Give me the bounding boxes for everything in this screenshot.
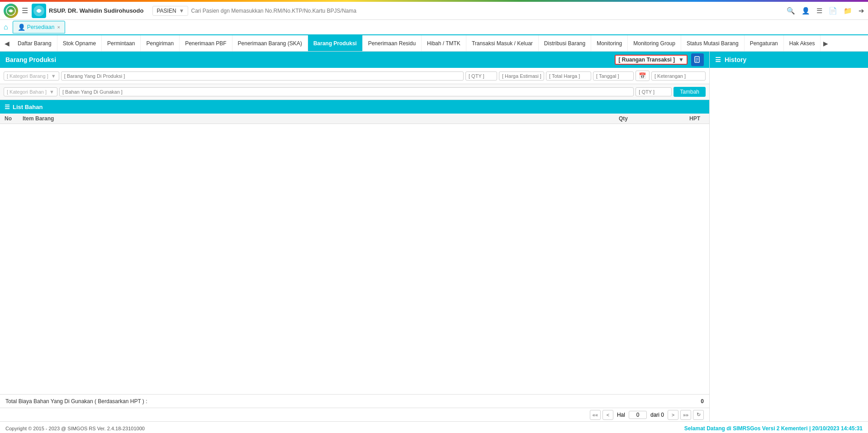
signout-icon[interactable]: ➔ bbox=[859, 7, 864, 15]
harga-estimasi-input[interactable] bbox=[499, 71, 544, 81]
svg-point-1 bbox=[9, 10, 12, 12]
nav-next-arrow[interactable]: ▶ bbox=[821, 40, 831, 47]
tab-pengaturan[interactable]: Pengaturan bbox=[745, 35, 784, 52]
qty-input[interactable] bbox=[465, 71, 497, 81]
total-harga-input[interactable] bbox=[546, 71, 591, 81]
ruangan-transaksi-select[interactable]: [ Ruangan Transaksi ] ▼ bbox=[615, 55, 688, 65]
navtabs: ◀ Daftar Barang Stok Opname Permintaan P… bbox=[0, 35, 868, 52]
subbar: ⌂ 👤 Persediaan × bbox=[0, 20, 868, 35]
tab-penerimaan-ska[interactable]: Penerimaan Barang (SKA) bbox=[232, 35, 308, 52]
kategori-bahan-label: [ Kategori Bahan ] bbox=[7, 89, 47, 95]
keterangan-input[interactable] bbox=[651, 71, 706, 81]
form-row-1: [ Kategori Barang ] ▼ 📅 bbox=[0, 68, 709, 84]
tanggal-input[interactable] bbox=[593, 71, 634, 81]
greeting-text: Selamat Datang di SIMRSGos Versi 2 Kemen… bbox=[684, 425, 863, 432]
col-qty-header: Qty bbox=[583, 115, 637, 122]
copyright-text: Copyright © 2015 - 2023 @ SIMGOS RS Ver.… bbox=[5, 426, 145, 431]
tab-monitoring[interactable]: Monitoring bbox=[591, 35, 628, 52]
list-icon[interactable]: ☰ bbox=[816, 7, 822, 15]
ruangan-label: [ Ruangan Transaksi ] bbox=[618, 57, 675, 63]
file-icon[interactable]: 📄 bbox=[829, 7, 837, 15]
tab-pengiriman[interactable]: Pengiriman bbox=[141, 35, 180, 52]
calendar-button[interactable]: 📅 bbox=[636, 71, 650, 81]
nav-prev-arrow[interactable]: ◀ bbox=[2, 40, 12, 47]
panel-title: Barang Produksi bbox=[5, 56, 56, 63]
history-header: ☰ History bbox=[710, 52, 868, 68]
table-header: No Item Barang Qty HPT bbox=[0, 114, 709, 124]
app-title: RSUP. DR. Wahidin Sudirohusodo bbox=[49, 7, 143, 14]
pasien-button[interactable]: PASIEN ▼ bbox=[152, 6, 188, 16]
history-list-icon: ☰ bbox=[715, 56, 721, 63]
bottom-total-bar: Total Biaya Bahan Yang Di Gunakan ( Berd… bbox=[0, 394, 709, 408]
list-bahan-header: ☰ List Bahan bbox=[0, 100, 709, 114]
persediaan-tab-close[interactable]: × bbox=[57, 24, 60, 30]
right-panel: ☰ History bbox=[710, 52, 868, 421]
footer: Copyright © 2015 - 2023 @ SIMGOS RS Ver.… bbox=[0, 421, 868, 433]
list-icon: ☰ bbox=[5, 104, 10, 110]
tab-distribusi-barang[interactable]: Distribusi Barang bbox=[539, 35, 591, 52]
home-icon[interactable]: ⌂ bbox=[4, 23, 8, 31]
hamburger-icon[interactable]: ☰ bbox=[22, 6, 28, 15]
persediaan-tab-label: Persediaan bbox=[27, 24, 55, 30]
tab-status-mutasi-barang[interactable]: Status Mutasi Barang bbox=[681, 35, 745, 52]
barang-produksi-input[interactable] bbox=[61, 71, 464, 81]
page-next-button[interactable]: > bbox=[668, 410, 678, 420]
history-title: History bbox=[725, 56, 746, 63]
user-add-icon[interactable]: 👤 bbox=[802, 7, 810, 15]
table-body bbox=[0, 124, 709, 394]
panel-header: Barang Produksi [ Ruangan Transaksi ] ▼ bbox=[0, 52, 709, 68]
qty-bahan-input[interactable] bbox=[636, 87, 672, 96]
total-label: Total Biaya Bahan Yang Di Gunakan ( Berd… bbox=[5, 398, 147, 404]
tab-hibah-tmtk[interactable]: Hibah / TMTK bbox=[422, 35, 466, 52]
search-icon[interactable]: 🔍 bbox=[787, 7, 795, 15]
svg-point-3 bbox=[37, 9, 41, 13]
topbar-icons: 🔍 👤 ☰ 📄 📁 ➔ bbox=[787, 7, 864, 15]
persediaan-tab[interactable]: 👤 Persediaan × bbox=[13, 21, 65, 33]
persediaan-person-icon: 👤 bbox=[18, 24, 25, 31]
tambah-button[interactable]: Tambah bbox=[674, 87, 706, 97]
page-number-input[interactable] bbox=[629, 411, 647, 419]
kategori-bahan-arrow: ▼ bbox=[49, 89, 54, 95]
kategori-barang-select[interactable]: [ Kategori Barang ] ▼ bbox=[4, 71, 59, 81]
tab-permintaan[interactable]: Permintaan bbox=[102, 35, 141, 52]
pasien-dropdown-arrow: ▼ bbox=[179, 8, 185, 14]
tab-barang-produksi[interactable]: Barang Produksi bbox=[308, 35, 363, 52]
total-value: 0 bbox=[701, 398, 704, 404]
tab-penerimaan-pbf[interactable]: Penerimaan PBF bbox=[180, 35, 232, 52]
main-content: Barang Produksi [ Ruangan Transaksi ] ▼ … bbox=[0, 52, 868, 421]
rsup-logo bbox=[32, 4, 46, 18]
page-first-button[interactable]: «« bbox=[590, 410, 601, 420]
col-item-header: Item Barang bbox=[23, 115, 583, 122]
tab-stok-opname[interactable]: Stok Opname bbox=[57, 35, 102, 52]
dari-label: dari 0 bbox=[650, 412, 664, 418]
kategori-bahan-select[interactable]: [ Kategori Bahan ] ▼ bbox=[4, 87, 57, 96]
list-bahan-title: List Bahan bbox=[13, 104, 43, 110]
search-input[interactable] bbox=[191, 8, 787, 14]
pasien-label: PASIEN bbox=[157, 8, 176, 14]
col-hpt-header: HPT bbox=[637, 115, 705, 122]
tab-daftar-barang[interactable]: Daftar Barang bbox=[12, 35, 57, 52]
kategori-barang-label: [ Kategori Barang ] bbox=[7, 73, 48, 79]
ruangan-dropdown-arrow: ▼ bbox=[678, 57, 684, 63]
bahan-input[interactable] bbox=[59, 87, 634, 96]
page-prev-button[interactable]: < bbox=[602, 410, 613, 420]
col-no-header: No bbox=[5, 115, 23, 122]
form-row-2: [ Kategori Bahan ] ▼ Tambah bbox=[0, 84, 709, 100]
kategori-barang-arrow: ▼ bbox=[51, 73, 56, 79]
tab-monitoring-group[interactable]: Monitoring Group bbox=[628, 35, 681, 52]
hal-label: Hal bbox=[617, 412, 625, 418]
app-logo bbox=[4, 4, 18, 18]
pagination-bar: «« < Hal dari 0 > »» ↻ bbox=[0, 408, 709, 421]
folder-icon[interactable]: 📁 bbox=[844, 7, 852, 15]
page-refresh-button[interactable]: ↻ bbox=[693, 410, 704, 420]
page-last-button[interactable]: »» bbox=[680, 410, 691, 420]
document-icon-button[interactable] bbox=[691, 53, 704, 66]
left-panel: Barang Produksi [ Ruangan Transaksi ] ▼ … bbox=[0, 52, 710, 421]
tab-transaksi-masuk-keluar[interactable]: Transaksi Masuk / Keluar bbox=[466, 35, 539, 52]
tab-penerimaan-residu[interactable]: Penerimaan Residu bbox=[363, 35, 422, 52]
topbar: ☰ RSUP. DR. Wahidin Sudirohusodo PASIEN … bbox=[0, 2, 868, 20]
tab-hak-akses[interactable]: Hak Akses bbox=[784, 35, 821, 52]
